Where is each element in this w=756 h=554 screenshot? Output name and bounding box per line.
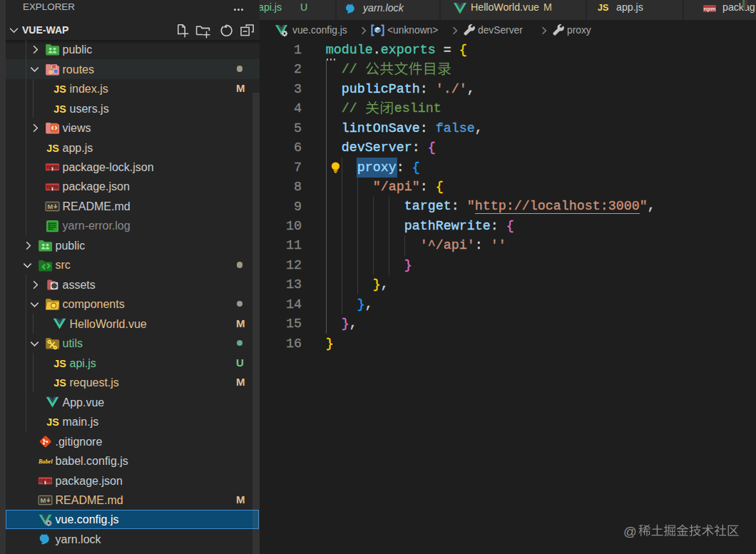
svg-text:M: M	[48, 202, 53, 210]
svg-text:Babel: Babel	[38, 458, 53, 465]
svg-text:JS: JS	[53, 377, 66, 389]
svg-text:JS: JS	[46, 416, 59, 428]
svg-text:JS: JS	[53, 83, 66, 95]
svg-text:npm: npm	[704, 6, 716, 12]
svg-text:JS: JS	[53, 103, 66, 114]
svg-text:JS: JS	[46, 142, 59, 153]
svg-text:JS: JS	[53, 357, 66, 369]
svg-text:M: M	[41, 496, 46, 504]
